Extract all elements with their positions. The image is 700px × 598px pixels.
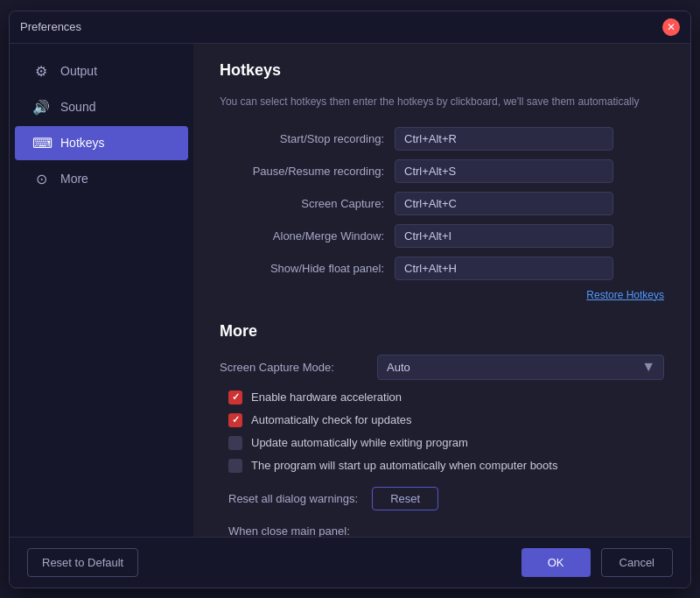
sound-icon: 🔊 [32, 99, 50, 116]
sidebar-item-label-hotkeys: Hotkeys [60, 136, 105, 150]
sidebar-item-more[interactable]: ⊙ More [15, 162, 188, 196]
main-area: ⚙ Output 🔊 Sound ⌨ Hotkeys ⊙ More Hotkey… [10, 44, 690, 537]
footer-right: OK Cancel [522, 548, 673, 577]
hotkey-label-show-hide: Show/Hide float panel: [220, 262, 395, 275]
checkbox-row-auto-update: ✓ Automatically check for updates [220, 413, 664, 427]
hotkeys-title: Hotkeys [220, 61, 664, 80]
title-bar: Preferences ✕ [10, 11, 690, 44]
hotkey-input-screen-capture[interactable] [395, 192, 613, 215]
footer: Reset to Default OK Cancel [10, 537, 690, 587]
hotkey-input-pause-resume[interactable] [395, 159, 613, 183]
checkbox-auto-update[interactable]: ✓ [228, 413, 242, 427]
reset-default-button[interactable]: Reset to Default [27, 548, 138, 577]
when-close-label: When close main panel: [220, 524, 664, 537]
sidebar-item-label-output: Output [60, 64, 97, 78]
checkbox-row-update-exit: Update automatically while exiting progr… [220, 436, 664, 450]
dialog-title: Preferences [20, 20, 81, 33]
checkmark-icon: ✓ [232, 391, 240, 403]
sidebar-item-label-sound: Sound [60, 100, 95, 114]
restore-hotkeys-link[interactable]: Restore Hotkeys [220, 289, 664, 301]
sidebar-item-label-more: More [60, 172, 88, 186]
hotkey-row-screen-capture: Screen Capture: [220, 192, 664, 215]
screen-capture-mode-select[interactable]: Auto Manual Window Region [377, 355, 664, 380]
screen-capture-mode-label: Screen Capture Mode: [220, 361, 368, 374]
hotkey-label-start-stop: Start/Stop recording: [220, 132, 395, 145]
reset-dialog-label: Reset all dialog warnings: [228, 492, 358, 505]
checkbox-label-hw-accel: Enable hardware acceleration [251, 390, 402, 404]
checkbox-label-auto-update: Automatically check for updates [251, 413, 412, 426]
checkmark-icon-2: ✓ [232, 414, 240, 426]
sidebar: ⚙ Output 🔊 Sound ⌨ Hotkeys ⊙ More [10, 44, 193, 537]
screen-capture-mode-wrapper: Auto Manual Window Region ▼ [377, 355, 664, 380]
hotkey-label-alone-merge: Alone/Merge Window: [220, 229, 395, 243]
checkbox-label-auto-start: The program will start up automatically … [251, 459, 557, 472]
hotkey-row-alone-merge: Alone/Merge Window: [220, 224, 664, 248]
checkbox-auto-start[interactable] [228, 459, 242, 473]
sidebar-item-output[interactable]: ⚙ Output [15, 54, 188, 88]
checkbox-label-update-exit: Update automatically while exiting progr… [251, 436, 468, 449]
hotkey-label-pause-resume: Pause/Resume recording: [220, 165, 395, 178]
ok-button[interactable]: OK [522, 548, 591, 577]
reset-dialog-button[interactable]: Reset [372, 487, 438, 510]
reset-dialog-row: Reset all dialog warnings: Reset [220, 487, 664, 510]
checkbox-update-exit[interactable] [228, 436, 242, 450]
hotkey-input-start-stop[interactable] [395, 127, 613, 151]
output-icon: ⚙ [32, 63, 50, 80]
more-icon: ⊙ [32, 171, 50, 187]
hotkey-input-show-hide[interactable] [395, 257, 613, 280]
checkbox-row-hw-accel: ✓ Enable hardware acceleration [220, 390, 664, 405]
close-button[interactable]: ✕ [662, 18, 680, 36]
checkbox-row-auto-start: The program will start up automatically … [220, 459, 664, 473]
screen-capture-mode-row: Screen Capture Mode: Auto Manual Window … [220, 355, 664, 380]
cancel-button[interactable]: Cancel [601, 548, 673, 577]
hotkeys-description: You can select hotkeys then enter the ho… [220, 94, 664, 109]
hotkey-row-pause-resume: Pause/Resume recording: [220, 159, 664, 183]
hotkey-row-start-stop: Start/Stop recording: [220, 127, 664, 151]
hotkeys-icon: ⌨ [32, 135, 50, 151]
hotkeys-section: Hotkeys You can select hotkeys then ente… [220, 61, 664, 301]
preferences-dialog: Preferences ✕ ⚙ Output 🔊 Sound ⌨ Hotkeys… [9, 11, 691, 588]
sidebar-item-sound[interactable]: 🔊 Sound [15, 90, 188, 124]
hotkey-input-alone-merge[interactable] [395, 224, 613, 248]
hotkey-row-show-hide: Show/Hide float panel: [220, 257, 664, 280]
checkbox-hw-accel[interactable]: ✓ [228, 390, 242, 405]
content-area: Hotkeys You can select hotkeys then ente… [193, 44, 690, 537]
hotkey-label-screen-capture: Screen Capture: [220, 197, 395, 210]
more-title: More [220, 322, 664, 341]
sidebar-item-hotkeys[interactable]: ⌨ Hotkeys [15, 126, 188, 160]
more-section: More Screen Capture Mode: Auto Manual Wi… [220, 322, 664, 537]
